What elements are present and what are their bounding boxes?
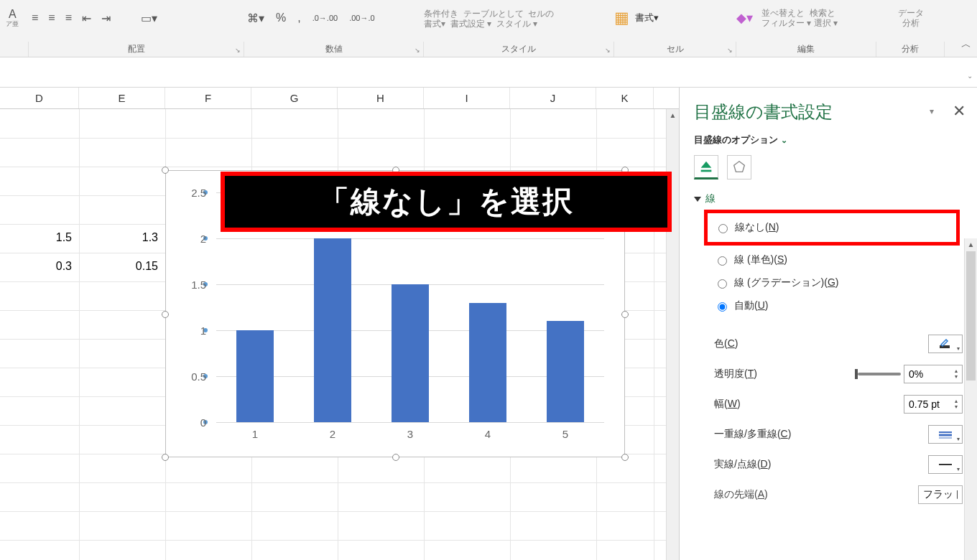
x-axis-tick-label: 1: [236, 428, 274, 440]
y-axis-tick-label: 2: [182, 233, 206, 245]
column-header-E[interactable]: E: [79, 88, 165, 108]
column-header-D[interactable]: D: [0, 88, 79, 108]
cell-value[interactable]: 0.3: [0, 260, 78, 273]
resize-handle-e[interactable]: [621, 311, 629, 318]
merge-cells-icon[interactable]: ▭▾: [141, 11, 157, 25]
scroll-up-icon[interactable]: ▲: [965, 238, 977, 251]
column-header-G[interactable]: G: [251, 88, 338, 108]
indent-decrease-icon[interactable]: ⇤: [82, 11, 91, 25]
cell-style-button[interactable]: スタイル ▾: [496, 19, 537, 29]
cond-format-button[interactable]: 書式▾: [424, 19, 445, 29]
decrease-decimal-icon[interactable]: .00→.0: [349, 14, 374, 22]
ribbon-group-数値: 数値↘: [244, 42, 424, 57]
radio-solid-line[interactable]: 線 (単色)(S): [714, 248, 963, 271]
pane-options-dropdown-icon[interactable]: ▾: [930, 106, 934, 116]
number-format-icon[interactable]: ⌘▾: [247, 11, 264, 25]
sort-filter-button[interactable]: フィルター ▾: [761, 18, 811, 28]
resize-handle-s[interactable]: [392, 454, 399, 461]
dialog-launcher-icon[interactable]: ↘: [233, 47, 242, 55]
dialog-launcher-icon[interactable]: ↘: [413, 47, 422, 55]
pane-subtitle[interactable]: 目盛線のオプション⌄: [694, 134, 963, 146]
transparency-slider[interactable]: [858, 373, 901, 375]
compound-type-button[interactable]: ▾: [928, 425, 963, 444]
format-button[interactable]: 書式▾: [635, 11, 659, 24]
color-picker-button[interactable]: ▾: [928, 335, 963, 353]
cell-value[interactable]: 1.5: [0, 231, 78, 244]
ribbon-group-セル: セル↘: [614, 42, 736, 57]
chart-bar[interactable]: [392, 284, 429, 422]
expand-formula-bar-icon[interactable]: ⌄: [967, 72, 973, 80]
data-analysis-button[interactable]: 分析: [876, 18, 945, 28]
resize-handle-sw[interactable]: [162, 454, 169, 461]
collapse-ribbon-icon[interactable]: ︿: [961, 38, 971, 51]
chevron-down-icon: ⌄: [781, 136, 787, 144]
x-axis-tick-label: 5: [547, 428, 584, 440]
dialog-launcher-icon[interactable]: ↘: [603, 47, 612, 55]
ribbon-group-編集: 編集: [736, 42, 876, 57]
x-axis-tick-label: 3: [392, 428, 429, 440]
column-header-J[interactable]: J: [510, 88, 596, 108]
scroll-thumb[interactable]: [966, 251, 976, 381]
highlight-no-line: 線なし(N): [704, 210, 960, 246]
width-spinner[interactable]: ▴▾: [904, 395, 963, 414]
chart-bar[interactable]: [314, 238, 351, 422]
chart-bar[interactable]: [236, 330, 274, 422]
data-analysis-label1: データ: [876, 8, 945, 18]
dash-label: 実線/点線(D): [714, 458, 771, 471]
color-label: 色(C): [714, 337, 738, 350]
find-select-button[interactable]: 選択 ▾: [814, 18, 838, 28]
cell-value[interactable]: 1.3: [79, 231, 164, 244]
increase-decimal-icon[interactable]: .0→.00: [312, 14, 338, 22]
radio-no-line[interactable]: 線なし(N): [715, 216, 956, 239]
radio-gradient-line[interactable]: 線 (グラデーション)(G): [714, 271, 963, 294]
width-label: 幅(W): [714, 398, 741, 411]
chart-bar[interactable]: [547, 321, 584, 422]
column-header-F[interactable]: F: [165, 88, 251, 108]
formula-bar[interactable]: ⌄: [0, 57, 977, 88]
font-color-icon[interactable]: A: [9, 8, 17, 21]
dialog-launcher-icon[interactable]: ↘: [726, 47, 734, 55]
align-center-icon[interactable]: ≡: [48, 11, 55, 24]
pane-scrollbar[interactable]: ▲: [964, 238, 977, 560]
svg-marker-1: [734, 162, 745, 172]
column-header-K[interactable]: K: [596, 88, 654, 108]
dash-type-button[interactable]: ▾: [928, 455, 963, 474]
indent-increase-icon[interactable]: ⇥: [101, 11, 111, 25]
x-axis-tick-label: 4: [469, 428, 506, 440]
chart-bar[interactable]: [469, 303, 506, 422]
ribbon-group-スタイル: スタイル↘: [424, 42, 614, 57]
scroll-up-icon[interactable]: ▲: [667, 109, 679, 122]
sort-label1: 並べ替えと: [761, 8, 805, 18]
radio-auto-line[interactable]: 自動(U): [714, 294, 963, 317]
column-header-H[interactable]: H: [338, 88, 424, 108]
svg-rect-2: [940, 345, 950, 348]
format-gridlines-pane: 目盛線の書式設定 ▾ ✕ 目盛線のオプション⌄ 線 線なし(N) 線 (単色)(…: [679, 88, 977, 560]
column-header-I[interactable]: I: [424, 88, 510, 108]
cond-format-label1: 条件付き: [424, 9, 458, 19]
line-section-header[interactable]: 線: [694, 192, 963, 205]
ribbon-group-分析: 分析: [876, 42, 945, 57]
ribbon-group-配置: 配置↘: [29, 42, 244, 57]
worksheet[interactable]: DEFGHIJK 1.5 1.3 0.3 0.15 00.511.522.512…: [0, 88, 679, 560]
cap-label: 線の先端(A): [714, 488, 768, 501]
align-left-icon[interactable]: ≡: [32, 11, 38, 24]
effects-tab[interactable]: [727, 155, 751, 179]
comma-icon[interactable]: ,: [297, 11, 300, 24]
transparency-spinner[interactable]: ▴▾: [904, 365, 963, 383]
resize-handle-w[interactable]: [162, 311, 169, 318]
svg-rect-0: [701, 170, 712, 172]
percent-icon[interactable]: %: [276, 11, 286, 24]
y-axis-tick-label: 0.5: [182, 370, 206, 383]
fill-icon[interactable]: ◆▾: [736, 10, 753, 26]
fill-line-tab[interactable]: [694, 155, 718, 179]
transparency-label: 透明度(T): [714, 368, 757, 381]
cell-value[interactable]: 0.15: [79, 260, 164, 273]
align-right-icon[interactable]: ≡: [65, 11, 72, 24]
resize-handle-nw[interactable]: [162, 167, 169, 174]
format-icon[interactable]: ▦: [614, 9, 629, 27]
cap-type-dropdown[interactable]: [918, 485, 963, 504]
x-axis-tick-label: 2: [314, 428, 351, 440]
table-format-button[interactable]: 書式設定 ▾: [450, 19, 491, 29]
resize-handle-se[interactable]: [621, 454, 629, 461]
close-pane-icon[interactable]: ✕: [953, 102, 966, 121]
